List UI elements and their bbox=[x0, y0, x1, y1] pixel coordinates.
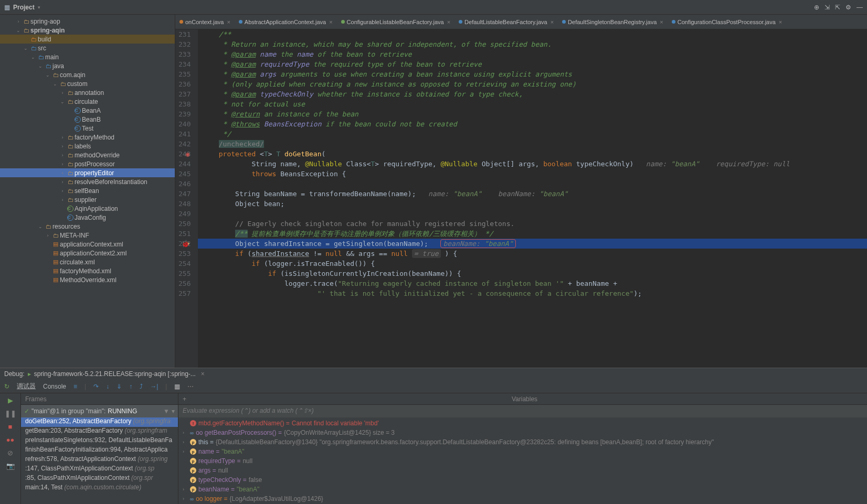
code-line[interactable]: /unchecked/ bbox=[198, 139, 867, 149]
chevron-icon[interactable]: ⌄ bbox=[51, 81, 59, 87]
close-icon[interactable]: × bbox=[227, 19, 230, 25]
code-line[interactable]: throws BeansException { bbox=[198, 169, 867, 179]
tree-item[interactable]: ›🗀resolveBeforeInstantiation bbox=[0, 177, 175, 186]
line-number[interactable]: 246 bbox=[178, 179, 191, 189]
collapse-icon[interactable]: ⇱ bbox=[835, 4, 840, 11]
code-line[interactable]: if (isSingletonCurrentlyInCreation(beanN… bbox=[198, 269, 867, 278]
pause-icon[interactable]: ❚❚ bbox=[5, 410, 16, 417]
stack-frame[interactable]: preInstantiateSingletons:932, DefaultLis… bbox=[21, 436, 178, 446]
chevron-icon[interactable]: ⌄ bbox=[29, 55, 37, 60]
code-line[interactable]: // Eagerly check singleton cache for man… bbox=[198, 219, 867, 229]
camera-icon[interactable]: 📷 bbox=[6, 462, 15, 470]
chevron-icon[interactable]: ⌄ bbox=[59, 99, 66, 104]
line-number[interactable]: 233 bbox=[178, 49, 191, 59]
threads-icon[interactable]: ≡ bbox=[73, 383, 77, 390]
chevron-icon[interactable]: › bbox=[59, 162, 66, 167]
code-line[interactable]: * @throws BeansException if the bean cou… bbox=[198, 119, 867, 129]
chevron-icon[interactable]: › bbox=[15, 19, 22, 24]
code-line[interactable]: * @param args arguments to use when crea… bbox=[198, 69, 867, 79]
code-line[interactable]: * not for actual use bbox=[198, 99, 867, 109]
code-line[interactable]: * @param typeCheckOnly whether the insta… bbox=[198, 89, 867, 99]
close-icon[interactable]: × bbox=[779, 19, 782, 25]
code-line[interactable]: logger.trace("Returning eagerly cached i… bbox=[198, 278, 867, 288]
variable-row[interactable]: ›∞ oo getBeanPostProcessors() = {CopyOnW… bbox=[178, 428, 867, 437]
tree-item[interactable]: ›🗀spring-aop bbox=[0, 17, 175, 26]
resume-icon[interactable]: ▶ bbox=[8, 396, 13, 404]
chevron-icon[interactable]: › bbox=[183, 430, 188, 435]
breakpoint-icon[interactable]: 🐞 bbox=[181, 239, 189, 249]
line-number[interactable]: 245 bbox=[178, 169, 191, 179]
step-out-icon[interactable]: ↑ bbox=[129, 383, 132, 390]
project-tool-icon[interactable]: ▦ bbox=[4, 4, 10, 11]
close-icon[interactable]: × bbox=[447, 19, 450, 25]
line-number[interactable]: 238 bbox=[178, 99, 191, 109]
code-line[interactable]: /** 提前检查单例缓存中是否有手动注册的单例对象（循环依赖/三级缓存相关） *… bbox=[198, 229, 867, 239]
code-line[interactable]: "' that is not fully initialized yet - a… bbox=[198, 288, 867, 298]
line-number[interactable]: 232 bbox=[178, 39, 191, 49]
line-number[interactable]: 248 bbox=[178, 199, 191, 209]
editor-tab[interactable]: DefaultListableBeanFactory.java× bbox=[454, 15, 558, 29]
force-step-into-icon[interactable]: ⇓ bbox=[117, 383, 122, 390]
close-icon[interactable]: × bbox=[201, 370, 205, 378]
tree-item[interactable]: ⌄🗀circulate bbox=[0, 97, 175, 106]
stack-frame[interactable]: main:14, Test (com.aqin.custom.circulate… bbox=[21, 484, 178, 493]
line-number[interactable]: 247 bbox=[178, 189, 191, 199]
editor-tab[interactable]: ConfigurationClassPostProcessor.java× bbox=[668, 15, 787, 29]
mute-breakpoints-icon[interactable]: ⊘ bbox=[7, 449, 13, 457]
variable-row[interactable]: p typeCheckOnly = false bbox=[178, 475, 867, 485]
run-to-cursor-icon[interactable]: →| bbox=[150, 383, 158, 390]
console-tab[interactable]: Console bbox=[43, 383, 66, 390]
variable-row[interactable]: ›p beanName = "beanA" bbox=[178, 485, 867, 494]
stop-icon[interactable]: ■ bbox=[8, 423, 13, 431]
dropdown-icon[interactable]: ▾ bbox=[38, 5, 40, 10]
tree-item[interactable]: ▤circulate.xml bbox=[0, 258, 175, 266]
line-number[interactable]: 240 bbox=[178, 119, 191, 129]
tree-item[interactable]: 🗀build bbox=[0, 35, 175, 44]
expand-icon[interactable]: ⇲ bbox=[824, 4, 830, 11]
line-number[interactable]: 251 bbox=[178, 229, 191, 239]
editor-tab[interactable]: onContext.java× bbox=[175, 15, 235, 29]
editor-tab[interactable]: DefaultSingletonBeanRegistry.java× bbox=[558, 15, 668, 29]
code-line[interactable]: Object sharedInstance = getSingleton(bea… bbox=[198, 239, 867, 249]
tree-item[interactable]: ⌄🗀src bbox=[0, 44, 175, 52]
evaluate-input[interactable]: Evaluate expression (⌃) or add a watch (… bbox=[178, 405, 867, 417]
code-line[interactable]: String name, @Nullable Class<T> required… bbox=[198, 159, 867, 169]
line-number[interactable]: 235 bbox=[178, 69, 191, 79]
line-number[interactable]: 234 bbox=[178, 59, 191, 69]
chevron-icon[interactable]: ⌄ bbox=[37, 224, 44, 229]
tree-item[interactable]: CTest bbox=[0, 124, 175, 133]
step-into-icon[interactable]: ↓ bbox=[106, 383, 109, 390]
more-icon[interactable]: ⋯ bbox=[187, 383, 194, 390]
code-line[interactable]: protected <T> T doGetBean( bbox=[198, 149, 867, 159]
close-icon[interactable]: × bbox=[660, 19, 663, 25]
line-number[interactable]: 257 bbox=[178, 288, 191, 298]
chevron-icon[interactable]: › bbox=[183, 487, 188, 492]
stack-frame[interactable]: doGetBean:252, AbstractBeanFactory (org.… bbox=[21, 417, 178, 427]
project-label[interactable]: Project bbox=[13, 4, 35, 11]
view-breakpoints-icon[interactable]: ●● bbox=[6, 436, 15, 444]
tree-item[interactable]: ⌄🗀main bbox=[0, 52, 175, 61]
chevron-icon[interactable]: ⌄ bbox=[37, 63, 44, 69]
evaluate-icon[interactable]: ▦ bbox=[174, 383, 180, 390]
dropdown-icon[interactable]: ▾ bbox=[172, 408, 175, 415]
line-number[interactable]: 242 bbox=[178, 139, 191, 149]
chevron-icon[interactable]: ⌄ bbox=[22, 46, 29, 51]
code-line[interactable]: Object bean; bbox=[198, 199, 867, 209]
close-icon[interactable]: × bbox=[329, 19, 332, 25]
tree-item[interactable]: ⌄🗀custom bbox=[0, 79, 175, 88]
tree-item[interactable]: ›🗀META-INF bbox=[0, 231, 175, 240]
chevron-icon[interactable]: › bbox=[59, 188, 66, 194]
variable-row[interactable]: ›p this = {DefaultListableBeanFactory@13… bbox=[178, 437, 867, 447]
line-number[interactable]: 244 bbox=[178, 159, 191, 169]
code-line[interactable]: String beanName = transformedBeanName(na… bbox=[198, 189, 867, 199]
tree-item[interactable]: ›🗀postProcessor bbox=[0, 159, 175, 168]
variable-row[interactable]: p requiredType = null bbox=[178, 456, 867, 466]
stack-frame[interactable]: :85, ClassPathXmlApplicationContext (org… bbox=[21, 474, 178, 484]
editor-tab[interactable]: ConfigurableListableBeanFactory.java× bbox=[337, 15, 455, 29]
tree-item[interactable]: CJavaConfig bbox=[0, 213, 175, 222]
chevron-icon[interactable]: ⌄ bbox=[15, 28, 22, 33]
code-line[interactable] bbox=[198, 179, 867, 189]
tree-item[interactable]: CAqinApplication bbox=[0, 204, 175, 213]
filter-icon[interactable]: ▼ bbox=[163, 408, 170, 415]
code-line[interactable]: * @param name the name of the bean to re… bbox=[198, 49, 867, 59]
